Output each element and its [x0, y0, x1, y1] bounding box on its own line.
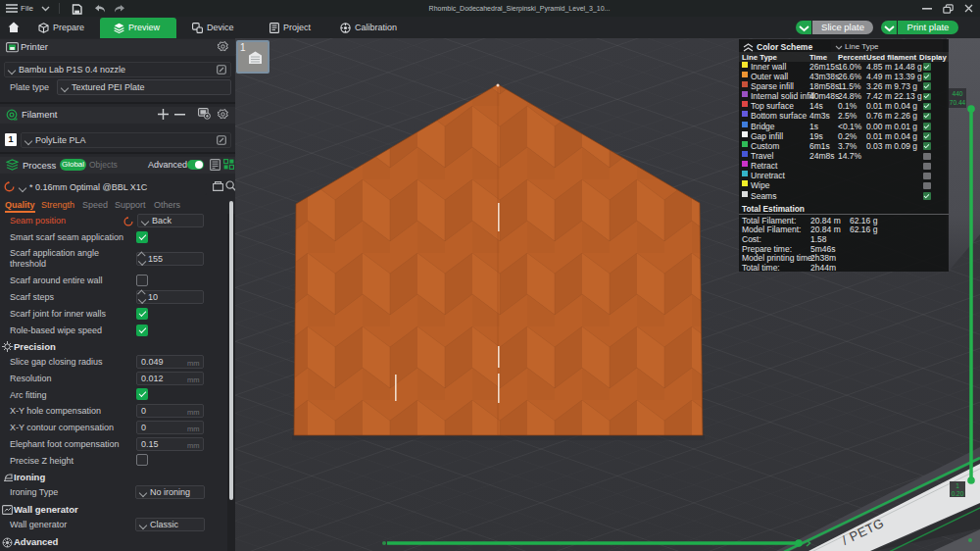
svg-text:0.20: 0.20	[952, 490, 964, 497]
svg-text:440: 440	[953, 90, 963, 97]
svg-text:70.44: 70.44	[950, 99, 966, 106]
svg-text:1: 1	[956, 482, 959, 489]
